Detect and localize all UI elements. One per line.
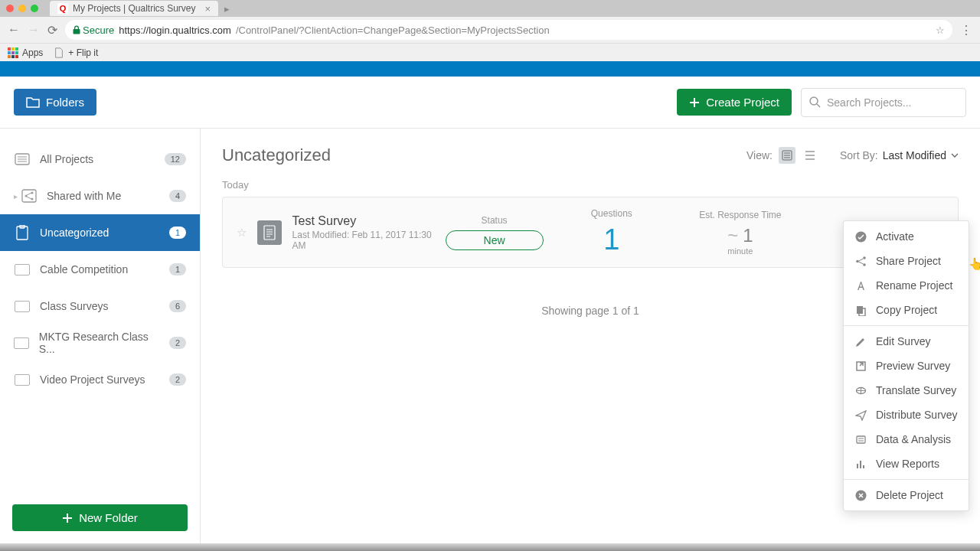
count-badge: 2	[169, 373, 186, 386]
project-info: Test Survey Last Modified: Feb 11, 2017 …	[292, 214, 446, 251]
tabs-row: Q My Projects | Qualtrics Survey × ▸	[0, 0, 980, 17]
view-controls: View:	[746, 147, 818, 164]
browser-tab[interactable]: Q My Projects | Qualtrics Survey ×	[50, 1, 218, 16]
data-icon	[854, 433, 867, 445]
count-badge: 4	[169, 190, 186, 202]
minimize-window-icon[interactable]	[18, 5, 26, 12]
project-name: Test Survey	[292, 214, 446, 228]
count-badge: 1	[169, 263, 186, 276]
status-badge: New	[446, 230, 544, 250]
svg-point-0	[810, 97, 818, 105]
sidebar-item-class[interactable]: Class Surveys 6	[0, 288, 200, 324]
plus-icon	[62, 513, 73, 523]
menu-divider	[844, 479, 969, 480]
new-folder-button[interactable]: New Folder	[12, 504, 188, 531]
external-icon	[854, 360, 867, 372]
window-controls[interactable]	[6, 5, 38, 12]
est-time-column: Est. Response Time ~ 1 minute	[680, 210, 801, 256]
project-type-icon	[257, 220, 282, 245]
sidebar-item-label: Class Surveys	[40, 300, 108, 312]
card-view-icon	[782, 150, 792, 161]
menu-activate[interactable]: Activate	[844, 224, 969, 249]
sidebar-item-label: Shared with Me	[47, 190, 121, 202]
text-icon	[854, 279, 867, 292]
secure-badge: Secure	[73, 24, 114, 36]
apps-shortcut[interactable]: Apps	[8, 47, 43, 58]
count-badge: 2	[169, 337, 186, 349]
chevron-down-icon	[951, 153, 959, 158]
delete-icon	[854, 489, 867, 501]
copy-icon	[854, 304, 867, 316]
globe-icon	[854, 384, 867, 396]
view-list-button[interactable]	[802, 147, 818, 164]
menu-rename[interactable]: Rename Project	[844, 273, 969, 298]
project-context-menu: Activate Share Project Rename Project Co…	[843, 220, 969, 511]
sidebar-item-label: Cable Competition	[40, 263, 128, 276]
address-bar[interactable]: Secure https://login.qualtrics.com/Contr…	[65, 20, 952, 40]
group-label: Today	[222, 179, 959, 191]
folders-button[interactable]: Folders	[14, 89, 96, 116]
menu-distribute[interactable]: Distribute Survey	[844, 403, 969, 427]
sort-controls[interactable]: Sort By: Last Modified	[840, 149, 959, 161]
search-input[interactable]: Search Projects...	[801, 88, 966, 117]
back-button[interactable]: ←	[8, 23, 20, 37]
count-badge: 12	[165, 153, 186, 165]
cursor-pointer-icon: 👆	[969, 257, 980, 271]
sidebar-item-shared[interactable]: ▸ Shared with Me 4	[0, 178, 200, 214]
menu-copy[interactable]: Copy Project	[844, 298, 969, 322]
svg-rect-14	[857, 306, 863, 314]
sidebar-item-label: Uncategorized	[40, 227, 109, 239]
folder-icon	[14, 371, 31, 388]
svg-point-11	[856, 259, 859, 262]
menu-preview[interactable]: Preview Survey	[844, 354, 969, 378]
folder-icon	[14, 261, 31, 278]
share-icon	[854, 255, 867, 267]
menu-divider	[844, 325, 969, 326]
send-icon	[854, 409, 867, 421]
chart-icon	[854, 458, 867, 470]
status-column: Status New	[446, 215, 544, 250]
address-row: ← → ⟳ Secure https://login.qualtrics.com…	[0, 17, 980, 43]
create-project-button[interactable]: Create Project	[677, 89, 792, 116]
favorite-star-icon[interactable]: ☆	[237, 226, 247, 240]
close-tab-icon[interactable]: ×	[205, 3, 211, 15]
menu-edit[interactable]: Edit Survey	[844, 329, 969, 354]
sidebar-item-label: MKTG Research Class S...	[39, 331, 160, 355]
sidebar-item-uncategorized[interactable]: Uncategorized 1	[0, 214, 200, 251]
menu-data[interactable]: Data & Analysis	[844, 427, 969, 452]
menu-translate[interactable]: Translate Survey	[844, 378, 969, 403]
share-icon	[21, 187, 38, 204]
sidebar-item-mktg[interactable]: MKTG Research Class S... 2	[0, 324, 200, 361]
folder-icon	[26, 96, 40, 108]
reload-button[interactable]: ⟳	[47, 23, 57, 37]
count-badge: 6	[169, 300, 186, 312]
new-tab-icon[interactable]: ▸	[224, 3, 230, 15]
dock-hint	[0, 543, 980, 551]
menu-reports[interactable]: View Reports	[844, 452, 969, 476]
sidebar-item-cable[interactable]: Cable Competition 1	[0, 251, 200, 288]
sidebar-item-video[interactable]: Video Project Surveys 2	[0, 361, 200, 398]
close-window-icon[interactable]	[6, 5, 14, 12]
sidebar-item-all-projects[interactable]: All Projects 12	[0, 141, 200, 178]
svg-point-13	[863, 263, 866, 266]
list-icon	[14, 151, 31, 168]
pencil-icon	[854, 335, 867, 347]
content-header: Uncategorized View: Sort By: Last Modifi…	[222, 145, 959, 165]
folder-icon	[14, 334, 30, 351]
tab-title: My Projects | Qualtrics Survey	[73, 3, 196, 14]
page-icon	[54, 47, 64, 58]
count-badge: 1	[169, 227, 186, 239]
folder-icon	[14, 298, 31, 315]
maximize-window-icon[interactable]	[31, 5, 38, 12]
project-modified: Last Modified: Feb 11, 2017 11:30 AM	[292, 230, 446, 251]
app-top-bar	[0, 61, 980, 77]
content-area: Uncategorized View: Sort By: Last Modifi…	[201, 129, 980, 543]
bookmark-flipit[interactable]: + Flip it	[54, 47, 98, 58]
menu-delete[interactable]: Delete Project	[844, 483, 969, 507]
menu-share[interactable]: Share Project	[844, 249, 969, 273]
sidebar-item-label: All Projects	[40, 153, 93, 165]
page-toolbar: Folders Create Project Search Projects..…	[0, 77, 980, 129]
bookmark-star-icon[interactable]: ☆	[936, 24, 945, 36]
browser-menu-icon[interactable]: ⋮	[960, 23, 972, 37]
view-card-button[interactable]	[779, 147, 795, 164]
